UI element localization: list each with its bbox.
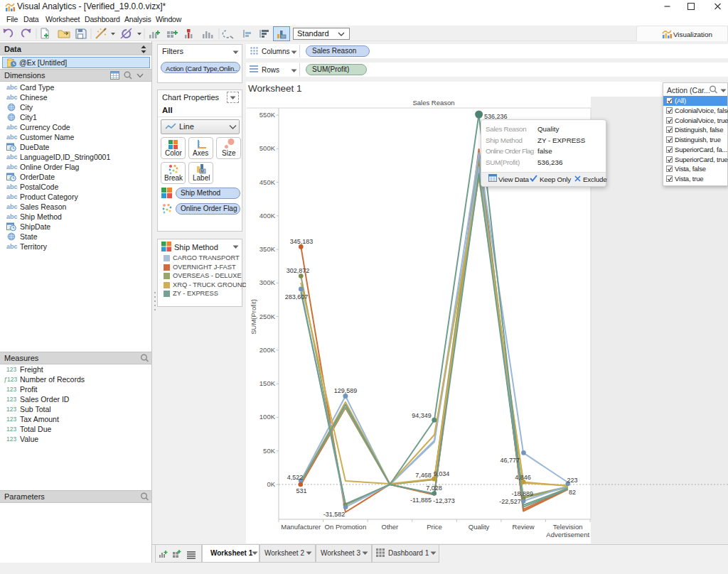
svg-text:150K: 150K: [259, 379, 276, 387]
svg-text:302,872: 302,872: [287, 267, 310, 274]
svg-text:200K: 200K: [259, 346, 276, 354]
svg-text:Manufacturer: Manufacturer: [281, 523, 321, 531]
svg-text:-11,885: -11,885: [410, 497, 432, 504]
svg-text:Price: Price: [427, 523, 442, 531]
svg-text:-31,582: -31,582: [323, 511, 346, 518]
svg-text:223: 223: [567, 477, 577, 484]
svg-text:4,846: 4,846: [515, 474, 531, 481]
svg-text:50K: 50K: [263, 447, 276, 455]
svg-text:SUM(Profit): SUM(Profit): [250, 299, 257, 335]
svg-text:Sales Reason: Sales Reason: [412, 99, 454, 107]
svg-text:Quality: Quality: [469, 523, 490, 531]
svg-text:450K: 450K: [259, 178, 276, 186]
svg-text:Advertisement: Advertisement: [546, 531, 589, 538]
svg-text:500K: 500K: [259, 144, 276, 152]
svg-text:100K: 100K: [259, 413, 276, 421]
svg-text:M: M: [201, 169, 204, 173]
svg-text:250K: 250K: [259, 313, 276, 320]
svg-text:9,034: 9,034: [434, 470, 450, 477]
svg-text:7,468: 7,468: [415, 472, 432, 479]
svg-text:283,607: 283,607: [285, 293, 309, 300]
svg-text:300K: 300K: [259, 278, 276, 286]
svg-text:On Promotion: On Promotion: [325, 523, 367, 531]
svg-text:-12,373: -12,373: [433, 497, 455, 504]
svg-text:94,349: 94,349: [412, 412, 432, 419]
svg-text:82: 82: [569, 489, 576, 496]
svg-text:0K: 0K: [267, 480, 275, 488]
svg-text:-22,527: -22,527: [499, 498, 521, 505]
svg-text:129,589: 129,589: [334, 387, 358, 394]
svg-text:350K: 350K: [259, 245, 276, 253]
svg-text:Television: Television: [553, 523, 583, 531]
svg-text:345,183: 345,183: [290, 238, 314, 245]
svg-text:550K: 550K: [259, 111, 276, 119]
svg-text:-18,889: -18,889: [512, 490, 534, 497]
svg-text:46,777: 46,777: [500, 457, 520, 464]
svg-text:Other: Other: [382, 523, 399, 531]
svg-text:4,522: 4,522: [287, 474, 304, 481]
svg-text:7,028: 7,028: [426, 484, 442, 492]
svg-text:Review: Review: [513, 523, 535, 531]
svg-text:531: 531: [296, 487, 306, 494]
svg-text:400K: 400K: [259, 212, 276, 220]
